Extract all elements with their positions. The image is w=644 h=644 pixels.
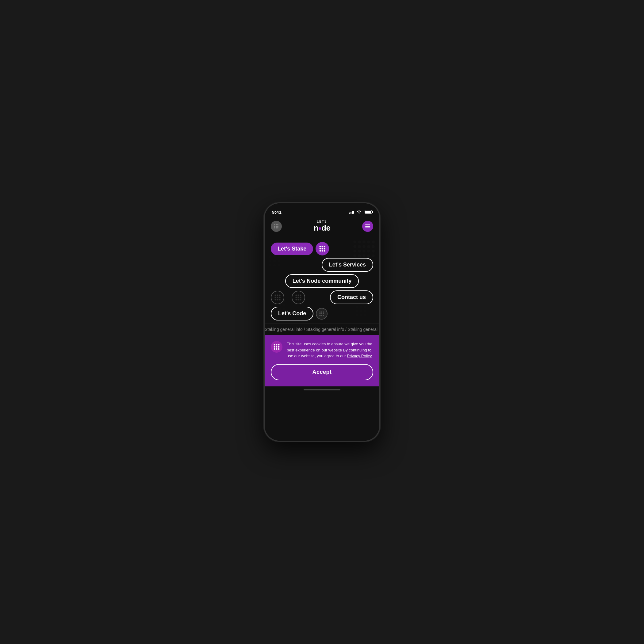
svg-point-4	[276, 226, 277, 227]
nav-row-services: Let's Services	[271, 258, 373, 272]
signal-icon	[349, 210, 355, 214]
svg-point-8	[277, 227, 278, 228]
svg-point-78	[298, 297, 299, 298]
svg-point-95	[274, 346, 275, 348]
hamburger-icon	[365, 224, 370, 228]
svg-point-88	[323, 313, 324, 314]
svg-point-73	[279, 299, 281, 300]
svg-point-58	[324, 246, 325, 247]
nav-code-button[interactable]: Let's Code	[271, 307, 313, 320]
app-logo: Lets n de	[314, 220, 331, 233]
home-bar	[304, 389, 340, 390]
svg-point-64	[324, 250, 325, 252]
nav-row-stake: Let's Stake	[271, 242, 373, 255]
svg-point-84	[321, 311, 322, 312]
svg-point-98	[274, 348, 275, 350]
nav-stake-button[interactable]: Let's Stake	[271, 243, 313, 255]
svg-point-93	[276, 344, 278, 346]
svg-point-94	[278, 344, 280, 346]
contact-center-icon[interactable]	[292, 291, 305, 304]
home-indicator	[265, 386, 379, 395]
svg-point-61	[324, 248, 325, 250]
svg-point-83	[320, 311, 321, 312]
svg-point-1	[276, 224, 277, 225]
logo-lets-text: Lets	[317, 220, 327, 223]
svg-point-69	[277, 297, 278, 298]
code-icon[interactable]	[316, 308, 328, 320]
svg-point-72	[277, 299, 278, 300]
svg-point-91	[323, 315, 324, 316]
svg-point-66	[277, 294, 278, 296]
wifi-icon	[357, 210, 362, 214]
svg-point-74	[296, 294, 297, 296]
svg-point-81	[298, 299, 299, 300]
status-bar: 9:41	[265, 203, 379, 217]
svg-point-82	[300, 299, 301, 300]
svg-point-3	[274, 226, 275, 227]
svg-point-7	[276, 227, 277, 228]
privacy-policy-link[interactable]: Privacy Policy	[347, 354, 372, 358]
logo-node-text: n de	[314, 223, 331, 233]
nav-row-contact: Contact us	[271, 290, 373, 304]
svg-point-90	[321, 315, 322, 316]
cookie-banner: This site uses cookies to ensure we give…	[265, 335, 379, 386]
stake-icon[interactable]	[316, 242, 329, 255]
svg-point-99	[276, 348, 278, 350]
svg-point-63	[322, 250, 323, 252]
svg-point-5	[277, 226, 278, 227]
svg-point-87	[321, 313, 322, 314]
nav-row-community: Let's Node community	[271, 274, 373, 288]
phone-frame: 9:41	[264, 202, 380, 442]
svg-point-70	[279, 297, 281, 298]
svg-point-67	[279, 294, 281, 296]
logo-de: de	[321, 223, 330, 233]
svg-point-89	[320, 315, 321, 316]
status-time: 9:41	[272, 209, 282, 215]
svg-point-80	[296, 299, 297, 300]
nav-items-list: Let's Stake	[271, 242, 373, 320]
svg-point-65	[275, 294, 276, 296]
nav-community-button[interactable]: Let's Node community	[285, 274, 359, 288]
svg-point-79	[300, 297, 301, 298]
svg-point-2	[277, 224, 278, 225]
marquee-text: Staking general info / Staking general i…	[265, 327, 379, 332]
app-header: Lets n de	[265, 217, 379, 236]
nav-services-button[interactable]: Let's Services	[322, 258, 373, 272]
svg-point-100	[278, 348, 280, 350]
svg-point-77	[296, 297, 297, 298]
nav-contact-button[interactable]: Contact us	[330, 290, 373, 304]
svg-point-62	[320, 250, 321, 252]
marquee-area: Staking general info / Staking general i…	[265, 324, 379, 335]
svg-point-75	[298, 294, 299, 296]
nav-menu: Let's Stake	[265, 236, 379, 324]
svg-point-92	[274, 344, 275, 346]
svg-point-59	[320, 248, 321, 250]
svg-point-56	[320, 246, 321, 247]
accept-button[interactable]: Accept	[271, 364, 373, 380]
cookie-message: This site uses cookies to ensure we give…	[287, 341, 373, 359]
svg-point-86	[320, 313, 321, 314]
svg-point-6	[274, 227, 275, 228]
svg-point-76	[300, 294, 301, 296]
back-icon[interactable]	[271, 221, 282, 232]
svg-point-0	[274, 224, 275, 225]
svg-point-96	[276, 346, 278, 348]
nav-row-code: Let's Code	[271, 307, 373, 320]
contact-left-icon[interactable]	[271, 291, 284, 304]
cookie-content: This site uses cookies to ensure we give…	[271, 341, 373, 359]
svg-point-57	[322, 246, 323, 247]
svg-point-85	[323, 311, 324, 312]
logo-dot	[319, 227, 321, 230]
battery-icon	[365, 210, 372, 214]
svg-point-60	[322, 248, 323, 250]
svg-point-97	[278, 346, 280, 348]
cookie-icon	[271, 341, 282, 353]
menu-button[interactable]	[362, 221, 373, 232]
svg-point-68	[275, 297, 276, 298]
status-icons	[349, 210, 372, 214]
phone-mockup: 9:41	[264, 202, 380, 442]
svg-point-71	[275, 299, 276, 300]
logo-n: n	[314, 223, 318, 233]
